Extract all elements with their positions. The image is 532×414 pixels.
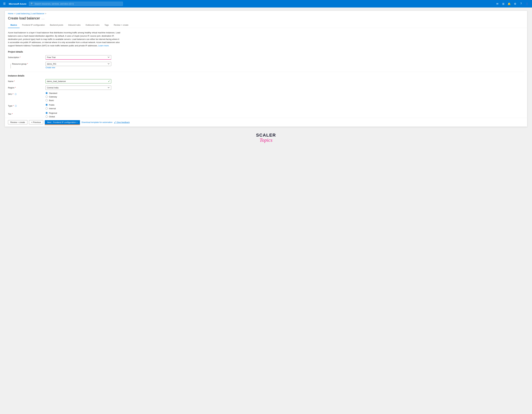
sku-basic-label: Basic	[49, 99, 54, 102]
region-required: *	[15, 86, 16, 89]
tab-inbound-rules[interactable]: Inbound rules	[66, 22, 83, 28]
region-group: Region * Central India East US West US W…	[8, 85, 524, 90]
type-group: Type * ⓘ Public Internal	[8, 104, 524, 110]
next-button[interactable]: Next : Frontend IP configuration >	[45, 120, 80, 124]
name-input-wrapper: ✓	[46, 79, 111, 83]
type-public-radio[interactable]	[46, 104, 48, 106]
next-button-wrapper: Next : Frontend IP configuration >	[45, 120, 80, 124]
sku-gateway-option[interactable]: Gateway	[46, 96, 111, 98]
sku-basic-radio[interactable]	[46, 99, 48, 101]
type-public-option[interactable]: Public	[46, 104, 111, 106]
sku-gateway-label: Gateway	[49, 96, 57, 98]
download-template-label: Download template for automation	[82, 121, 113, 123]
type-control: Public Internal	[46, 104, 111, 110]
subscription-label: Subscription *	[8, 55, 42, 58]
tier-required: *	[12, 113, 13, 115]
azure-logo: Microsoft Azure	[9, 2, 27, 5]
type-internal-label: Internal	[49, 107, 56, 110]
type-public-label: Public	[49, 104, 55, 106]
sku-radio-group: Standard Gateway Basic	[46, 92, 111, 102]
main-wrapper: Home > Load balancing | Load Balancer > …	[0, 8, 532, 152]
name-input[interactable]	[46, 79, 111, 83]
type-required: *	[13, 105, 14, 107]
review-create-button[interactable]: Review + create	[8, 120, 27, 124]
name-group: Name * ✓	[8, 79, 524, 83]
type-internal-radio[interactable]	[46, 107, 48, 110]
tier-regional-option[interactable]: Regional	[46, 112, 111, 114]
resource-group-label: Resource group *	[12, 63, 28, 65]
sku-basic-option[interactable]: Basic	[46, 99, 111, 102]
sku-group: SKU * ⓘ Standard Gateway	[8, 92, 524, 102]
tabs-row: Basics Frontend IP configuration Backend…	[5, 22, 527, 28]
settings-icon[interactable]: ⚙	[513, 1, 518, 6]
tab-basics[interactable]: Basics	[8, 22, 19, 28]
search-icon: 🔍	[31, 2, 33, 5]
name-required: *	[14, 80, 15, 83]
directory-icon[interactable]: ⊞	[501, 1, 506, 6]
learn-more-link[interactable]: Learn more.	[98, 44, 109, 47]
type-label: Type * ⓘ	[8, 104, 42, 107]
tier-global-radio[interactable]	[46, 115, 48, 118]
resource-group-outer: Resource group * demo_RG Create new	[8, 62, 524, 69]
tier-regional-radio[interactable]	[46, 112, 48, 114]
hamburger-menu[interactable]: ☰	[2, 1, 6, 6]
scaler-watermark: SCALER Topics	[5, 133, 527, 146]
region-control: Central India East US West US West Europ…	[46, 85, 111, 90]
account-icon[interactable]: 👤	[524, 1, 530, 6]
content-area: Azure load balancer is a layer 4 load ba…	[5, 28, 527, 118]
scaler-title: SCALER	[5, 133, 527, 137]
subscription-select-wrapper: Free Trial Pay-As-You-Go	[46, 55, 111, 60]
azure-navbar: ☰ Microsoft Azure 🔍 ✉ ⊞ 🔔 ⚙ ? 👤	[0, 0, 532, 8]
azure-card: Home > Load balancing | Load Balancer > …	[5, 11, 527, 127]
notification-icon[interactable]: 🔔	[507, 1, 512, 6]
feedback-icon: 🖊	[114, 121, 116, 123]
sku-gateway-radio[interactable]	[46, 96, 48, 98]
resource-group-required: *	[27, 63, 28, 65]
tab-tags[interactable]: Tags	[102, 22, 111, 28]
feedback-label: Give feedback	[117, 121, 130, 123]
tab-frontend-ip[interactable]: Frontend IP configuration	[19, 22, 48, 28]
sku-standard-radio[interactable]	[46, 92, 48, 94]
email-icon[interactable]: ✉	[495, 1, 500, 6]
tab-backend-pools[interactable]: Backend pools	[48, 22, 66, 28]
tab-outbound-rules[interactable]: Outbound rules	[83, 22, 102, 28]
name-valid-icon: ✓	[108, 80, 110, 83]
type-info-icon[interactable]: ⓘ	[15, 105, 17, 107]
region-select[interactable]: Central India East US West US West Europ…	[46, 85, 111, 90]
page-title: Create load balancer	[8, 16, 40, 20]
nav-icon-group: ✉ ⊞ 🔔 ⚙ ? 👤	[495, 1, 530, 6]
sku-standard-label: Standard	[49, 92, 57, 94]
page-title-more-options[interactable]: ...	[41, 17, 45, 20]
name-control: ✓	[46, 79, 111, 83]
search-bar[interactable]: 🔍	[29, 2, 123, 6]
sku-info-icon[interactable]: ⓘ	[15, 93, 17, 95]
tab-review-create[interactable]: Review + create	[111, 22, 131, 28]
create-new-link[interactable]: Create new	[46, 66, 111, 69]
description-text: Azure load balancer is a layer 4 load ba…	[8, 31, 121, 47]
help-icon[interactable]: ?	[519, 1, 523, 6]
breadcrumb-sep-2: >	[45, 12, 46, 15]
previous-button[interactable]: < Previous	[29, 120, 43, 124]
breadcrumb-load-balancing[interactable]: Load balancing | Load Balancer	[16, 12, 44, 15]
sku-control: Standard Gateway Basic	[46, 92, 111, 102]
resource-group-select[interactable]: demo_RG	[46, 62, 111, 66]
tier-regional-label: Regional	[49, 112, 57, 114]
give-feedback-link[interactable]: 🖊 Give feedback	[114, 121, 130, 123]
section-separator-1	[8, 72, 524, 72]
download-template-link[interactable]: Download template for automation	[82, 121, 113, 123]
subscription-select[interactable]: Free Trial Pay-As-You-Go	[46, 55, 111, 60]
sku-required: *	[13, 93, 13, 95]
subscription-group: Subscription * Free Trial Pay-As-You-Go	[8, 55, 524, 60]
search-input[interactable]	[35, 3, 121, 5]
tier-global-option[interactable]: Global	[46, 115, 111, 118]
region-label: Region *	[8, 85, 42, 89]
tier-control: Regional Global	[46, 112, 111, 118]
breadcrumb-home[interactable]: Home	[8, 12, 13, 15]
type-internal-option[interactable]: Internal	[46, 107, 111, 110]
tier-label: Tier *	[8, 112, 42, 115]
action-bar: Review + create < Previous Next : Fronte…	[5, 118, 527, 127]
resource-group-control: demo_RG Create new	[46, 62, 111, 69]
tier-radio-group: Regional Global	[46, 112, 111, 118]
breadcrumb-sep-1: >	[14, 12, 15, 15]
sku-standard-option[interactable]: Standard	[46, 92, 111, 94]
